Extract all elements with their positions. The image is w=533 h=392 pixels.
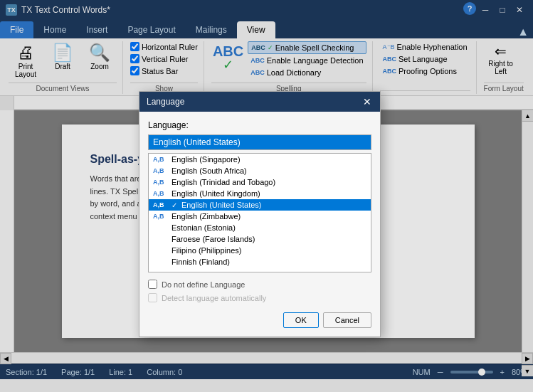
lang-name: English (South Africa) [171,166,247,175]
language-input[interactable] [148,134,371,150]
dialog-title-bar: Language ✕ [139,92,380,112]
language-list[interactable]: A,B English (Singapore) A,B English (Sou… [148,153,371,272]
lang-icon: A,B [153,213,167,220]
lang-name: English (United States) [181,201,262,209]
lang-icon: A,B [153,167,167,174]
lang-item-english-zimbabwe[interactable]: A,B English (Zimbabwe) [149,211,371,222]
lang-item-faroese[interactable]: Faroese (Faroe Islands) [149,233,371,245]
detect-language-checkbox[interactable]: Detect language automatically [148,293,371,302]
detect-language-label: Detect language automatically [162,294,266,302]
lang-icon: A,B [153,156,167,163]
dialog-overlay: Language ✕ Language: A,B English (Singap… [0,0,533,392]
dialog-language-label: Language: [148,120,371,130]
detect-language-input[interactable] [148,293,157,302]
lang-item-english-trinidad[interactable]: A,B English (Trinidad and Tobago) [149,176,371,188]
lang-name: English (Zimbabwe) [171,212,241,221]
lang-item-english-singapore[interactable]: A,B English (Singapore) [149,154,371,165]
lang-name: Faroese (Faroe Islands) [171,235,255,243]
lang-icon: A,B [153,179,167,186]
lang-item-english-uk[interactable]: A,B English (United Kingdom) [149,188,371,199]
lang-item-english-us[interactable]: A,B ✓ English (United States) [149,199,371,211]
dialog-title: Language [147,97,184,107]
lang-item-english-south-africa[interactable]: A,B English (South Africa) [149,165,371,176]
lang-check-icon: ✓ [171,201,177,209]
do-not-define-label: Do not define Language [162,280,245,289]
lang-item-filipino[interactable]: Filipino (Philippines) [149,245,371,256]
lang-item-finnish[interactable]: Finnish (Finland) [149,256,371,267]
dialog-close-button[interactable]: ✕ [362,96,373,107]
lang-name: English (Trinidad and Tobago) [171,178,275,186]
lang-icon: A,B [153,190,167,197]
dialog-checkboxes: Do not define Language Detect language a… [148,280,371,302]
lang-name: Estonian (Estonia) [171,223,236,232]
do-not-define-language-checkbox[interactable]: Do not define Language [148,280,371,289]
cancel-button[interactable]: Cancel [323,312,371,328]
lang-name: Finnish (Finland) [171,258,230,266]
language-dialog: Language ✕ Language: A,B English (Singap… [139,91,381,337]
lang-name: English (United Kingdom) [171,189,260,198]
do-not-define-input[interactable] [148,280,157,289]
lang-name: English (Singapore) [171,155,241,164]
ok-button[interactable]: OK [283,312,319,328]
lang-icon: A,B [153,201,167,208]
dialog-body: Language: A,B English (Singapore) A,B En… [139,112,380,337]
lang-item-estonian[interactable]: Estonian (Estonia) [149,222,371,233]
dialog-buttons: OK Cancel [148,312,371,328]
lang-name: Filipino (Philippines) [171,246,241,255]
